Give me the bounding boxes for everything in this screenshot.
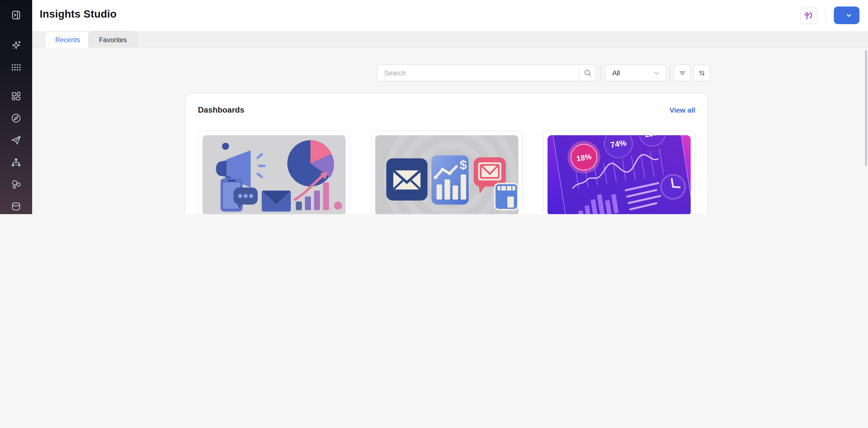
- apps-grid-icon[interactable]: [0, 61, 32, 74]
- dashboard-card-3[interactable]: 18% 74% 23%: [543, 131, 695, 214]
- page-title: Insights Studio: [40, 8, 117, 20]
- dashboards-section-title: Dashboards: [198, 106, 244, 115]
- card-3-thumbnail[interactable]: 18% 74% 23%: [548, 135, 691, 214]
- filter-button[interactable]: [674, 64, 691, 81]
- tab-recents[interactable]: Recents: [45, 31, 91, 48]
- sidebar: [0, 0, 32, 214]
- marketing-3d-illustration: [203, 135, 346, 214]
- tab-favorites[interactable]: Favorites: [88, 31, 137, 48]
- store-icon: [495, 183, 518, 209]
- header-divider: [825, 8, 826, 23]
- ai-sparkle-icon[interactable]: [0, 39, 32, 51]
- envelope-3d: [262, 191, 291, 211]
- tab-strip: Recents Favorites: [32, 31, 868, 48]
- svg-text:$: $: [459, 158, 467, 172]
- mail-app-icon: [386, 158, 427, 201]
- type-filter-value: All: [612, 69, 620, 77]
- dashboard-blocks-icon[interactable]: [0, 90, 32, 102]
- compass-icon[interactable]: [0, 112, 32, 124]
- card-2-thumbnail[interactable]: $: [375, 135, 518, 214]
- bubbles-icon[interactable]: [0, 178, 32, 191]
- vertical-scrollbar-thumb[interactable]: [865, 50, 867, 166]
- toolbar-divider-1: [601, 65, 601, 80]
- search-input[interactable]: [377, 65, 579, 81]
- send-plane-icon[interactable]: [0, 134, 32, 146]
- toolbar-divider-2: [670, 65, 670, 80]
- database-icon[interactable]: [0, 201, 32, 212]
- ai-assistant-icon: [804, 10, 814, 20]
- dashboards-section: Dashboards View all: [185, 93, 708, 214]
- ai-assistant-button[interactable]: [800, 7, 817, 24]
- dashboards-view-all-link[interactable]: View all: [670, 106, 695, 114]
- collapse-sidebar-icon[interactable]: [0, 9, 32, 21]
- email-analytics-illustration: $: [375, 135, 518, 214]
- search-box: [377, 64, 596, 81]
- card-1-thumbnail[interactable]: [203, 135, 346, 214]
- sort-button[interactable]: [693, 64, 710, 81]
- neon-dashboard-illustration: 18% 74% 23%: [548, 135, 691, 214]
- tab-favorites-label: Favorites: [99, 36, 127, 44]
- sort-icon: [698, 68, 706, 77]
- chevron-down-icon: [653, 69, 660, 76]
- type-filter-select[interactable]: All: [605, 64, 666, 81]
- top-header: Insights Studio: [32, 0, 868, 31]
- tab-recents-label: Recents: [55, 36, 80, 44]
- create-button[interactable]: [834, 6, 860, 24]
- dashboard-card-1[interactable]: 2 Template - Events Custom Template Temp…: [198, 131, 350, 214]
- insights-studio-page: Insights Studio Recents Favorites All: [0, 0, 868, 214]
- chart-app-icon: $: [431, 155, 468, 205]
- search-submit[interactable]: [579, 65, 596, 81]
- sitemap-icon[interactable]: [0, 156, 32, 168]
- dashboards-cards-row: 2 Template - Events Custom Template Temp…: [198, 131, 695, 214]
- filter-icon: [678, 68, 686, 77]
- search-icon: [583, 69, 591, 77]
- header-actions: [800, 6, 860, 24]
- chevron-down-icon: [846, 12, 852, 18]
- dashboard-card-2[interactable]: $: [370, 131, 523, 214]
